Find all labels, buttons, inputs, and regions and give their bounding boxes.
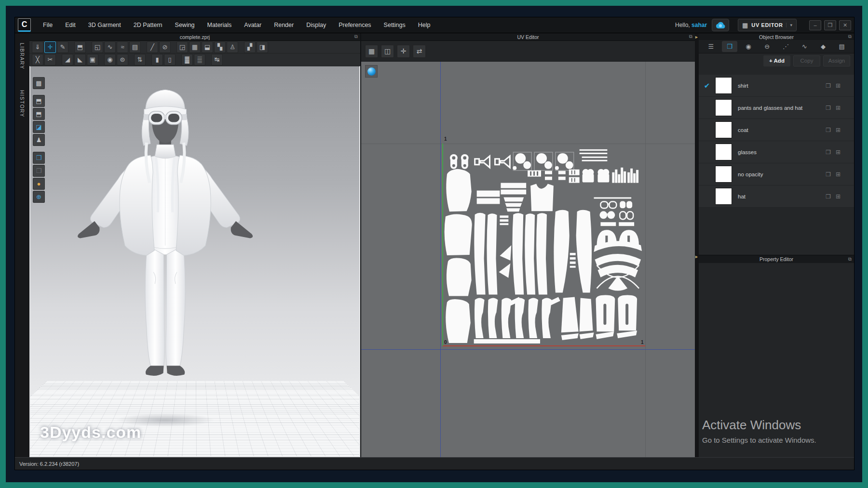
- fabric-swatch[interactable]: [715, 144, 732, 160]
- colorway-icon[interactable]: ⊞: [836, 127, 841, 133]
- fabric-swatch[interactable]: [715, 166, 732, 183]
- uv-texture-sphere-button[interactable]: [365, 65, 378, 78]
- shade-dark-icon[interactable]: ▓: [181, 54, 193, 66]
- trace-icon[interactable]: ╳: [32, 54, 43, 66]
- seam-taping-icon[interactable]: ▣: [87, 54, 98, 66]
- list-item[interactable]: ✔ pants and glasses and hat ❒ ⊞: [699, 97, 854, 119]
- assign-button[interactable]: Assign: [823, 55, 850, 66]
- segment-sewing-icon[interactable]: ∿: [104, 41, 116, 53]
- dart-icon[interactable]: ◢: [62, 54, 73, 66]
- menu-settings[interactable]: Settings: [378, 17, 412, 33]
- tab-buttonhole[interactable]: ⊖: [760, 41, 775, 52]
- select-garment-icon[interactable]: ⬒: [74, 41, 86, 53]
- fabric-swatch[interactable]: [715, 99, 732, 116]
- pattern-camera-icon[interactable]: ◪: [33, 121, 45, 133]
- tab-fabric[interactable]: ❒: [722, 41, 737, 52]
- popout-icon[interactable]: ⧉: [848, 256, 852, 262]
- button-icon[interactable]: ◉: [104, 54, 116, 66]
- zipper-icon[interactable]: ⇅: [134, 54, 146, 66]
- menu-sewing[interactable]: Sewing: [169, 17, 201, 33]
- tab-button[interactable]: ◉: [741, 41, 756, 52]
- list-item[interactable]: ✔ shirt ❒ ⊞: [699, 75, 854, 97]
- tab-trim[interactable]: ◆: [815, 41, 831, 52]
- uv-move-icon[interactable]: ✛: [397, 45, 410, 58]
- select-move-icon[interactable]: ✛: [44, 41, 56, 53]
- fabric-dark-icon[interactable]: ❒: [33, 165, 45, 177]
- uv-snapshot-icon[interactable]: ▦: [365, 45, 378, 58]
- list-item[interactable]: ✔ no opacity ❒ ⊞: [699, 163, 854, 185]
- side-tab-library[interactable]: LIBRARY: [19, 43, 25, 69]
- fabric-swatch-icon[interactable]: ❒: [826, 149, 831, 156]
- colorway-icon[interactable]: ⊞: [836, 105, 841, 111]
- list-item[interactable]: ✔ glasses ❒ ⊞: [699, 141, 854, 163]
- menu-preferences[interactable]: Preferences: [332, 17, 377, 33]
- shade-light-icon[interactable]: ▒: [194, 54, 205, 66]
- restore-button[interactable]: ❐: [824, 20, 836, 30]
- list-item[interactable]: ✔ hat ❒ ⊞: [699, 185, 854, 208]
- colorway-icon[interactable]: ⊞: [836, 82, 841, 89]
- chevron-down-icon[interactable]: ▾: [786, 23, 792, 27]
- flatten-icon[interactable]: ◲: [176, 41, 188, 53]
- fabric-swatch[interactable]: [715, 121, 732, 138]
- popout-icon[interactable]: ⧉: [354, 34, 358, 40]
- fabric-strip-icon[interactable]: ▯: [164, 54, 176, 66]
- fabric-roll-icon[interactable]: ▮: [151, 54, 163, 66]
- fabric-blue-icon[interactable]: ❒: [33, 152, 45, 164]
- fabric-swatch-icon[interactable]: ❒: [826, 193, 831, 200]
- copy-button[interactable]: Copy: [793, 55, 820, 66]
- clo-logo[interactable]: C: [18, 18, 31, 32]
- add-button[interactable]: + Add: [763, 55, 790, 66]
- colorway-icon[interactable]: ⊞: [836, 193, 841, 200]
- tab-stitch[interactable]: ⋰: [778, 41, 793, 52]
- menu-3d-garment[interactable]: 3D Garment: [82, 17, 127, 33]
- menu-2d-pattern[interactable]: 2D Pattern: [127, 17, 169, 33]
- menu-help[interactable]: Help: [412, 17, 437, 33]
- open-fold-icon[interactable]: ▚: [214, 41, 226, 53]
- notch-icon[interactable]: ◣: [74, 54, 86, 66]
- fabric-swatch[interactable]: [715, 77, 732, 94]
- avatar-3d[interactable]: [67, 84, 264, 388]
- simulate-icon[interactable]: ⇓: [32, 41, 43, 53]
- detach-icon[interactable]: ⊘: [159, 41, 171, 53]
- collapse-right-icon[interactable]: ►: [694, 254, 699, 259]
- avatar-skin-icon[interactable]: ●: [33, 178, 45, 190]
- sewing-machine-icon[interactable]: ▤: [129, 41, 141, 53]
- remesh-icon[interactable]: ▦: [189, 41, 201, 53]
- clo-cloud-button[interactable]: [712, 19, 729, 31]
- close-button[interactable]: ✕: [839, 20, 851, 30]
- fabric-swatch-icon[interactable]: ❒: [826, 82, 831, 89]
- side-tab-history[interactable]: HISTORY: [19, 90, 25, 118]
- pin-icon[interactable]: ╱: [147, 41, 158, 53]
- fabric-swatch[interactable]: [715, 188, 732, 205]
- buttonhole-icon[interactable]: ⊜: [117, 54, 128, 66]
- tab-list[interactable]: ☰: [703, 41, 719, 52]
- measure-icon[interactable]: ↹: [211, 54, 223, 66]
- menu-render[interactable]: Render: [268, 17, 300, 33]
- mode-selector[interactable]: ▦ UV EDITOR ▾: [738, 19, 797, 31]
- render-style-icon[interactable]: ▩: [33, 77, 45, 89]
- uv-arrange-icon[interactable]: ⇄: [413, 45, 426, 58]
- fabric-swatch-icon[interactable]: ❒: [826, 127, 831, 133]
- menu-edit[interactable]: Edit: [59, 17, 82, 33]
- clone-layer-icon[interactable]: ◨: [257, 41, 268, 53]
- tab-topstitch[interactable]: ∿: [797, 41, 812, 52]
- transform-pattern-icon[interactable]: ◱: [92, 41, 103, 53]
- username[interactable]: sahar: [692, 22, 707, 28]
- garment-camera-icon[interactable]: ⬒: [33, 108, 45, 120]
- uv-capture-icon[interactable]: ◫: [381, 45, 394, 58]
- fold-arrangement-icon[interactable]: ⬓: [202, 41, 213, 53]
- globe-icon[interactable]: ⊕: [33, 191, 45, 203]
- style-line-icon[interactable]: ▞: [244, 41, 256, 53]
- tab-label[interactable]: ▤: [834, 41, 850, 52]
- list-item[interactable]: ✔ coat ❒ ⊞: [699, 119, 854, 141]
- garment-view-icon[interactable]: ⬒: [33, 95, 45, 107]
- fabric-swatch-icon[interactable]: ❒: [826, 171, 831, 178]
- popout-icon[interactable]: ⧉: [848, 34, 852, 40]
- colorway-icon[interactable]: ⊞: [836, 149, 841, 156]
- menu-file[interactable]: File: [37, 17, 59, 33]
- menu-avatar[interactable]: Avatar: [238, 17, 268, 33]
- minimize-button[interactable]: –: [809, 20, 821, 30]
- edit-pattern-icon[interactable]: ✎: [57, 41, 68, 53]
- fit-avatar-icon[interactable]: ♙: [227, 41, 238, 53]
- fabric-swatch-icon[interactable]: ❒: [826, 105, 831, 111]
